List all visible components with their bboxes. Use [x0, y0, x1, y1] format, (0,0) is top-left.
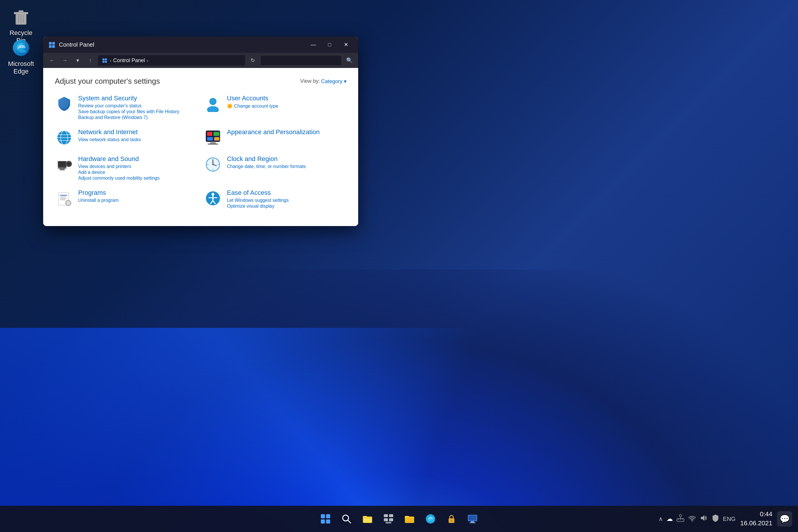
category-user-accounts[interactable]: User Accounts 🌼 Change account type: [204, 95, 346, 120]
cat-link[interactable]: Add a device: [78, 170, 159, 175]
svg-rect-72: [389, 514, 393, 517]
network-internet-links: View network status and tasks: [78, 137, 141, 142]
back-button[interactable]: ←: [47, 55, 57, 65]
window-controls: — □ ✕: [306, 39, 354, 51]
network-internet-title[interactable]: Network and Internet: [78, 128, 141, 136]
svg-point-48: [217, 164, 219, 165]
task-view-button[interactable]: [379, 510, 398, 528]
maximize-button[interactable]: □: [322, 39, 337, 51]
volume-icon[interactable]: [700, 514, 708, 524]
search-input[interactable]: [260, 55, 342, 65]
appearance-content: Appearance and Personalization: [227, 128, 320, 137]
clock-region-links: Change date, time, or number formats: [227, 164, 306, 169]
content-header: Adjust your computer's settings View by:…: [55, 77, 346, 86]
start-button[interactable]: [316, 510, 335, 528]
cat-link[interactable]: View devices and printers: [78, 164, 159, 169]
programs-links: Uninstall a program: [78, 198, 119, 203]
dropdown-button[interactable]: ▾: [72, 55, 83, 65]
clock-time: 0:44: [740, 510, 772, 519]
system-security-title[interactable]: System and Security: [78, 95, 179, 102]
svg-rect-74: [389, 518, 393, 521]
shield-icon[interactable]: [711, 514, 720, 524]
hardware-sound-title[interactable]: Hardware and Sound: [78, 155, 159, 163]
cat-link[interactable]: Adjust commonly used mobility settings: [78, 176, 159, 181]
content-area: Adjust your computer's settings View by:…: [43, 68, 358, 226]
screen-button[interactable]: [463, 510, 482, 528]
ease-of-access-icon: [204, 189, 222, 208]
svg-rect-65: [321, 519, 325, 524]
cat-link[interactable]: Review your computer's status: [78, 103, 179, 109]
svg-point-19: [208, 106, 218, 112]
user-accounts-title[interactable]: User Accounts: [227, 95, 278, 102]
category-clock-region[interactable]: Clock and Region Change date, time, or n…: [204, 155, 346, 181]
cat-link[interactable]: Uninstall a program: [78, 198, 119, 203]
svg-rect-54: [60, 200, 65, 200]
svg-point-56: [66, 201, 70, 205]
up-button[interactable]: ↑: [85, 55, 96, 65]
forward-button[interactable]: →: [59, 55, 70, 65]
minimize-button[interactable]: —: [306, 39, 321, 51]
category-appearance[interactable]: Appearance and Personalization: [204, 128, 346, 147]
recycle-bin-image: [11, 6, 32, 27]
address-path[interactable]: › Control Panel ›: [98, 55, 245, 65]
file-explorer-button[interactable]: [358, 510, 377, 528]
cat-link[interactable]: Backup and Restore (Windows 7): [78, 115, 179, 120]
appearance-title[interactable]: Appearance and Personalization: [227, 128, 320, 136]
svg-point-86: [679, 514, 682, 517]
svg-rect-64: [326, 514, 330, 518]
category-system-security[interactable]: System and Security Review your computer…: [55, 95, 198, 120]
notification-button[interactable]: 💬: [777, 511, 792, 527]
cat-link[interactable]: Optimize visual display: [227, 204, 289, 209]
user-accounts-content: User Accounts 🌼 Change account type: [227, 95, 278, 109]
svg-point-47: [207, 164, 208, 165]
network-icon[interactable]: [677, 514, 685, 524]
programs-title[interactable]: Programs: [78, 189, 119, 196]
language-indicator[interactable]: ENG: [723, 516, 736, 522]
svg-rect-35: [58, 162, 66, 167]
cat-link[interactable]: Save backup copies of your files with Fi…: [78, 109, 179, 114]
svg-rect-31: [214, 137, 219, 140]
microsoft-edge-icon[interactable]: Microsoft Edge: [3, 35, 38, 78]
cat-link[interactable]: 🌼 Change account type: [227, 103, 278, 109]
svg-rect-9: [52, 42, 55, 45]
svg-rect-29: [213, 132, 219, 136]
system-security-icon: [55, 95, 74, 113]
path-text: Control Panel: [113, 57, 145, 63]
search-button[interactable]: 🔍: [344, 55, 355, 65]
path-end: ›: [147, 57, 149, 63]
system-security-content: System and Security Review your computer…: [78, 95, 179, 120]
svg-point-46: [212, 169, 213, 170]
category-network-internet[interactable]: Network and Internet View network status…: [55, 128, 198, 147]
taskbar-center: [316, 510, 482, 528]
category-hardware-sound[interactable]: Hardware and Sound View devices and prin…: [55, 155, 198, 181]
system-security-links: Review your computer's status Save backu…: [78, 103, 179, 120]
svg-marker-92: [701, 515, 704, 521]
cat-link[interactable]: Let Windows suggest settings: [227, 198, 289, 203]
ease-of-access-title[interactable]: Ease of Access: [227, 189, 289, 196]
cat-link[interactable]: Change date, time, or number formats: [227, 164, 306, 169]
search-taskbar-button[interactable]: [337, 510, 356, 528]
clock-region-title[interactable]: Clock and Region: [227, 155, 306, 163]
network-internet-content: Network and Internet View network status…: [78, 128, 141, 142]
chevron-up-icon[interactable]: ∧: [659, 515, 663, 522]
svg-rect-71: [384, 514, 388, 517]
programs-content: Programs Uninstall a program: [78, 189, 119, 203]
category-ease-of-access[interactable]: Ease of Access Let Windows suggest setti…: [204, 189, 346, 209]
explorer-button[interactable]: [400, 510, 419, 528]
cloud-icon[interactable]: ☁: [666, 515, 673, 522]
sys-tray-icons: ∧ ☁: [659, 514, 736, 524]
refresh-button[interactable]: ↻: [247, 55, 258, 65]
edge-taskbar-button[interactable]: [421, 510, 440, 528]
view-by-control: View by: Category ▾: [300, 78, 346, 84]
view-by-dropdown[interactable]: Category ▾: [321, 78, 346, 84]
cat-link[interactable]: View network status and tasks: [78, 137, 141, 142]
close-button[interactable]: ✕: [338, 39, 354, 51]
category-programs[interactable]: Programs Uninstall a program: [55, 189, 198, 209]
wifi-icon[interactable]: [688, 514, 696, 524]
ease-of-access-content: Ease of Access Let Windows suggest setti…: [227, 189, 289, 209]
svg-point-80: [451, 520, 452, 521]
vpn-button[interactable]: [442, 510, 461, 528]
title-bar: Control Panel — □ ✕: [43, 36, 358, 53]
clock-display[interactable]: 0:44 16.06.2021: [740, 510, 772, 528]
svg-point-7: [19, 50, 26, 53]
